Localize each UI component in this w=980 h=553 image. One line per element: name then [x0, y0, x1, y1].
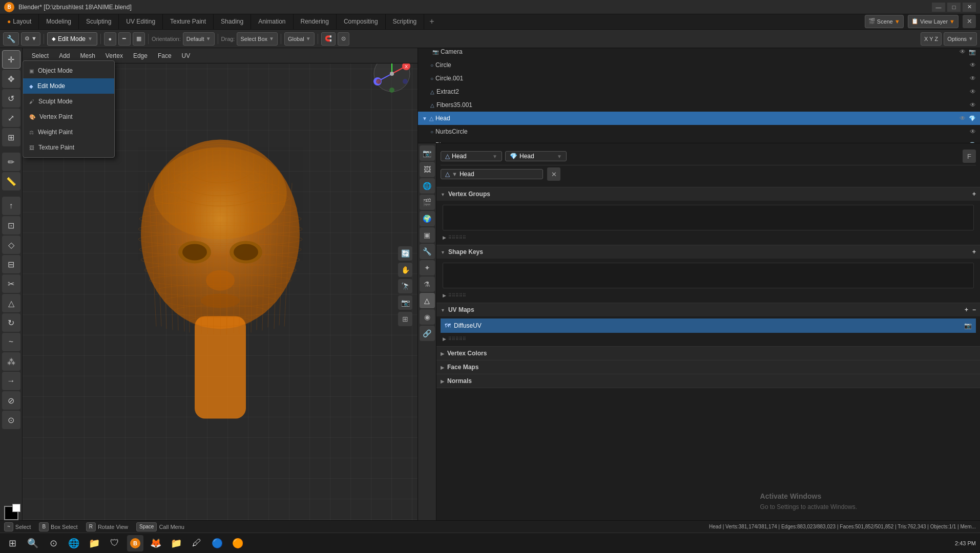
blender-menu-icon[interactable]: 🔧 — [3, 32, 19, 46]
mode-weight-paint[interactable]: ⚖ Weight Paint — [23, 124, 114, 140]
uv-menu[interactable]: UV — [178, 51, 195, 60]
taskbar-app1[interactable]: 🔵 — [209, 535, 225, 551]
pivot-selector[interactable]: Global ▼ — [284, 32, 315, 46]
shape-keys-header[interactable]: Shape Keys + — [436, 245, 980, 259]
outliner-item-circle001[interactable]: ○ Circle.001 👁 — [418, 72, 980, 85]
head-data-selector[interactable]: △ ▼ Head — [441, 169, 543, 179]
outliner-item-plane[interactable]: □ Plane 👁 💎 — [418, 138, 980, 143]
taskbar-blender[interactable]: B — [127, 535, 143, 551]
slide-relax-tool[interactable]: → — [2, 372, 20, 390]
scale-tool[interactable]: ⤢ — [2, 109, 20, 127]
tab-texture-paint[interactable]: Texture Paint — [163, 13, 214, 29]
close-button[interactable]: ✕ — [963, 3, 976, 12]
taskbar-firefox[interactable]: 🦊 — [148, 535, 164, 551]
outliner-item-head[interactable]: ▼ △ Head 👁 💎 — [418, 112, 980, 125]
eye-camera[interactable]: 👁 — [960, 48, 966, 55]
sk-expand-btn[interactable]: ▶ ⠿⠿⠿⠿⠿ — [441, 290, 466, 301]
rotate-tool[interactable]: ↺ — [2, 89, 20, 108]
vertex-groups-header[interactable]: Vertex Groups + — [436, 187, 980, 201]
add-sk-btn[interactable]: + — [972, 248, 976, 256]
shear-tool[interactable]: ⊘ — [2, 391, 20, 410]
cursor-tool[interactable]: ✛ — [2, 50, 20, 69]
inset-tool[interactable]: ⊡ — [2, 216, 20, 235]
vertex-menu[interactable]: Vertex — [101, 51, 127, 60]
randomize-tool[interactable]: ⁂ — [2, 352, 20, 371]
measure-tool[interactable]: 📏 — [2, 172, 20, 190]
annotate-tool[interactable]: ✏ — [2, 153, 20, 171]
outliner-item-extract2[interactable]: △ Extract2 👁 — [418, 85, 980, 98]
mode-edit[interactable]: ◆ Edit Mode — [23, 78, 114, 94]
remove-uvm-btn[interactable]: − — [972, 306, 976, 313]
maximize-button[interactable]: □ — [947, 3, 961, 12]
knife-tool[interactable]: ✂ — [2, 274, 20, 293]
tab-modeling[interactable]: Modeling — [39, 13, 79, 29]
eye-nurbscircle[interactable]: 👁 — [970, 128, 976, 135]
uv-maps-header[interactable]: UV Maps + − — [436, 303, 980, 316]
eye-extract2[interactable]: 👁 — [970, 88, 976, 95]
prop-tab-object[interactable]: ▣ — [420, 227, 435, 243]
mode-vertex-paint[interactable]: 🎨 Vertex Paint — [23, 109, 114, 124]
bevel-tool[interactable]: ◇ — [2, 236, 20, 254]
edge-select-btn[interactable]: ━ — [118, 32, 131, 46]
smooth-tool[interactable]: ~ — [2, 333, 20, 351]
face-maps-header[interactable]: Face Maps — [436, 360, 980, 374]
editor-type-selector[interactable]: ⚙ ▼ — [21, 32, 40, 46]
mesh-data-display[interactable]: 💎 Head ▼ — [505, 151, 567, 161]
proportional-edit[interactable]: ⊙ — [338, 32, 349, 46]
eye-head[interactable]: 👁 — [960, 115, 966, 122]
tab-scripting[interactable]: Scripting — [386, 13, 425, 29]
face-menu[interactable]: Face — [154, 51, 176, 60]
prop-tab-data[interactable]: △ — [420, 293, 435, 308]
outliner-item-circle[interactable]: ○ Circle 👁 — [418, 58, 980, 72]
taskbar-defender[interactable]: 🛡 — [107, 535, 123, 551]
camera-view-btn[interactable]: 📷 — [398, 295, 412, 310]
snap-toggle[interactable]: 🧲 — [321, 32, 336, 46]
options-button[interactable]: Options ▼ — [944, 32, 977, 46]
view-grid-btn[interactable]: ⊞ — [398, 312, 412, 326]
outliner-item-nurbscircle[interactable]: ○ NurbsCircle 👁 — [418, 125, 980, 138]
orientation-selector[interactable]: Default ▼ — [183, 32, 215, 46]
rip-tool[interactable]: ⊙ — [2, 411, 20, 429]
eye-circle[interactable]: 👁 — [970, 61, 976, 69]
tab-shading[interactable]: Shading — [214, 13, 251, 29]
mesh-menu[interactable]: Mesh — [76, 51, 99, 60]
prop-tab-constraints[interactable]: 🔗 — [420, 326, 435, 341]
tab-rendering[interactable]: Rendering — [294, 13, 337, 29]
prop-tab-view[interactable]: 🌐 — [420, 178, 435, 194]
mode-sculpt[interactable]: 🖌 Sculpt Mode — [23, 94, 114, 109]
taskbar-pen[interactable]: 🖊 — [189, 535, 205, 551]
add-workspace-button[interactable]: + — [424, 13, 439, 29]
outliner-item-fibers[interactable]: △ Fibers35.001 👁 — [418, 98, 980, 112]
tab-animation[interactable]: Animation — [251, 13, 293, 29]
scene-selector[interactable]: 🎬 Scene ▼ — [865, 15, 904, 28]
eye-circle001[interactable]: 👁 — [970, 75, 976, 82]
prop-tab-physics[interactable]: ⚗ — [420, 276, 435, 292]
color-swatch-bg[interactable] — [4, 506, 18, 520]
windows-start-btn[interactable]: ⊞ — [4, 535, 20, 551]
prop-tab-output[interactable]: 🖼 — [420, 162, 435, 177]
mode-texture-paint[interactable]: 🖼 Texture Paint — [23, 140, 114, 155]
prop-tab-modifiers[interactable]: 🔧 — [420, 244, 435, 259]
vertex-colors-header[interactable]: Vertex Colors — [436, 347, 980, 360]
eye-fibers[interactable]: 👁 — [970, 101, 976, 109]
orbit-tool[interactable]: 🔄 — [398, 246, 412, 261]
uvm-expand-btn[interactable]: ▶ ⠿⠿⠿⠿⠿ — [441, 334, 466, 344]
spin-tool[interactable]: ↻ — [2, 313, 20, 332]
tab-layout[interactable]: ● Layout — [0, 13, 39, 29]
prop-tab-particles[interactable]: ✦ — [420, 260, 435, 275]
taskbar-app2[interactable]: 🟠 — [230, 535, 246, 551]
minimize-button[interactable]: — — [932, 3, 945, 12]
tab-uv-editing[interactable]: UV Editing — [119, 13, 163, 29]
tab-sculpting[interactable]: Sculpting — [79, 13, 119, 29]
poly-build-tool[interactable]: △ — [2, 294, 20, 312]
vg-expand-btn[interactable]: ▶ ⠿⠿⠿⠿⠿ — [441, 232, 466, 243]
taskbar-folder[interactable]: 📁 — [168, 535, 184, 551]
tab-compositing[interactable]: Compositing — [337, 13, 386, 29]
windows-search-btn[interactable]: 🔍 — [25, 535, 41, 551]
prop-tab-scene[interactable]: 🎬 — [420, 195, 435, 210]
mode-selector[interactable]: ◆ Edit Mode ▼ — [47, 32, 97, 46]
fake-user-btn[interactable]: F — [963, 150, 976, 163]
view-layer-selector[interactable]: 📋 View Layer ▼ — [908, 15, 958, 28]
edge-menu[interactable]: Edge — [129, 51, 152, 60]
select-menu[interactable]: Select — [28, 51, 53, 60]
